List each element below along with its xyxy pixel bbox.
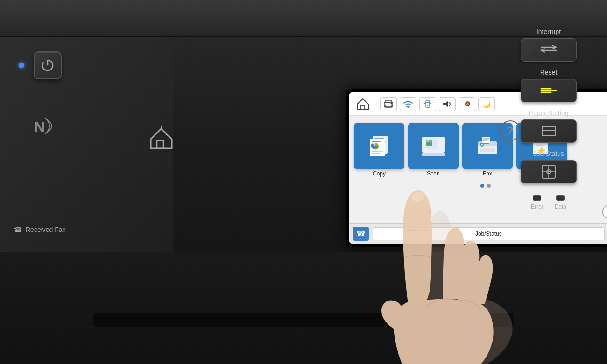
power-led (19, 63, 24, 68)
svg-rect-4 (157, 140, 163, 148)
interrupt-group: Interrupt (521, 28, 577, 62)
interrupt-label: Interrupt (536, 28, 561, 35)
svg-text:N: N (34, 119, 45, 135)
svg-marker-3 (151, 129, 172, 148)
fax-icon: ☎ (14, 226, 22, 233)
hand-overlay (322, 93, 579, 364)
hand-svg (322, 93, 579, 364)
left-panel: N ☎ Received Fax (0, 37, 173, 261)
received-fax-label: ☎ Received Fax (14, 226, 66, 233)
nfc-icon: N (30, 114, 54, 138)
reset-label: Reset (540, 69, 558, 76)
interrupt-icon (539, 43, 558, 56)
nfc-area: N (28, 112, 56, 140)
power-icon (41, 58, 55, 72)
interrupt-button[interactable] (521, 38, 577, 62)
home-icon-left (148, 125, 174, 151)
printer-body: N ☎ Received Fax (0, 0, 607, 364)
power-button[interactable] (34, 51, 62, 79)
power-area (19, 51, 62, 79)
